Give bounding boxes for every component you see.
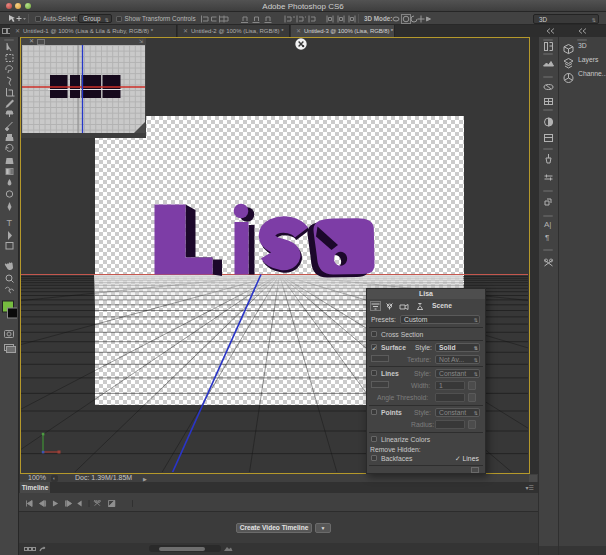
svg-text:A|: A|	[544, 220, 551, 229]
svg-text:¶: ¶	[545, 233, 549, 242]
svg-text:T: T	[7, 218, 13, 228]
